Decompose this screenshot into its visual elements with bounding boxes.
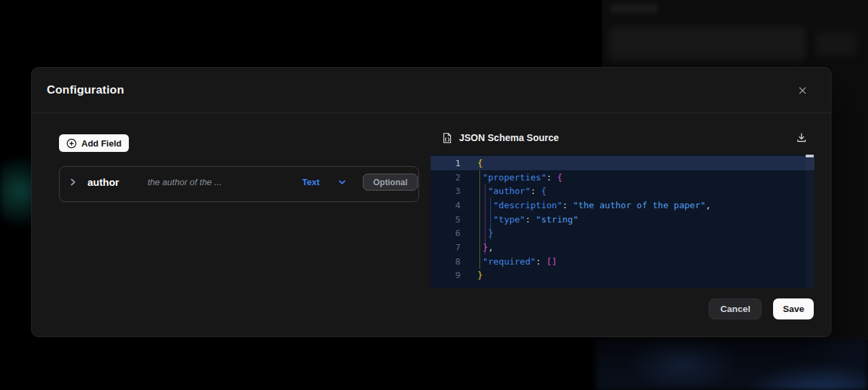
line-number: 5: [431, 214, 460, 225]
code-line: 3 "author": {: [431, 184, 814, 198]
line-number: 1: [431, 158, 460, 168]
line-number: 8: [431, 256, 460, 267]
background-blurred-card: [609, 27, 806, 61]
download-button[interactable]: [795, 131, 808, 144]
field-controls: Text Optional: [302, 174, 418, 191]
field-row-author: author the author of the ... Text Option…: [59, 166, 419, 202]
code-line: 6 }: [431, 226, 814, 240]
code-line: 9}: [431, 269, 814, 283]
add-field-label: Add Field: [81, 138, 121, 149]
code-text: }: [460, 228, 493, 238]
file-json-icon: [441, 132, 453, 144]
background-blue-glow: [595, 339, 868, 390]
field-type-value: Text: [302, 177, 320, 187]
chevron-right-icon: [68, 178, 77, 187]
scrollbar-track: [806, 155, 814, 288]
code-text: {: [460, 158, 483, 168]
code-text: }: [460, 270, 483, 280]
code-line: 1{: [431, 156, 814, 170]
save-button[interactable]: Save: [773, 298, 814, 319]
code-text: "description": "the author of the paper"…: [460, 200, 711, 210]
schema-header: JSON Schema Source: [431, 132, 814, 144]
optional-toggle-badge[interactable]: Optional: [363, 174, 418, 191]
field-name: author: [87, 176, 119, 188]
line-number: 2: [431, 172, 460, 182]
code-line: 7 },: [431, 240, 814, 254]
code-line: 8 "required": []: [431, 254, 814, 269]
line-number: 7: [431, 242, 460, 252]
configuration-dialog: Configuration Add Field: [31, 67, 831, 337]
code-line: 4 "description": "the author of the pape…: [431, 198, 814, 212]
code-line: 2 "properties": {: [431, 170, 814, 184]
expand-field-button[interactable]: [66, 176, 79, 189]
code-text: "required": []: [460, 256, 557, 267]
field-description: the author of the ...: [148, 177, 222, 187]
plus-circle-icon: [66, 138, 77, 149]
scrollbar-thumb[interactable]: [806, 155, 814, 157]
dialog-footer: Cancel Save: [709, 298, 814, 319]
code-lines: 1{2 "properties": {3 "author": {4 "descr…: [431, 156, 814, 282]
field-type-select[interactable]: Text: [302, 177, 347, 187]
background-blurred-chip: [610, 4, 658, 13]
line-number: 3: [431, 186, 460, 196]
close-icon: [797, 85, 808, 96]
dialog-header: Configuration: [32, 68, 831, 113]
add-field-button[interactable]: Add Field: [59, 134, 129, 152]
line-number: 4: [431, 200, 460, 210]
code-line: 5 "type": "string": [431, 212, 814, 227]
chevron-down-icon: [338, 178, 347, 187]
close-button[interactable]: [794, 82, 810, 98]
background-blurred-card-small: [816, 33, 856, 56]
code-text: "author": {: [460, 186, 547, 196]
field-row-content: author the author of the ... Text Option…: [60, 167, 418, 191]
download-icon: [796, 132, 807, 143]
fields-panel: Add Field author the author of the ... T…: [59, 113, 419, 288]
code-text: },: [460, 242, 493, 252]
schema-panel-title: JSON Schema Source: [459, 132, 559, 143]
dialog-body: Add Field author the author of the ... T…: [32, 113, 831, 288]
code-text: "type": "string": [460, 214, 578, 225]
schema-panel: JSON Schema Source 1{2 "properties": {3 …: [431, 113, 814, 288]
line-number: 6: [431, 228, 460, 238]
line-number: 9: [431, 270, 460, 280]
code-text: "properties": {: [460, 172, 562, 182]
cancel-button[interactable]: Cancel: [709, 298, 762, 319]
page-title: Configuration: [47, 83, 124, 97]
json-code-editor[interactable]: 1{2 "properties": {3 "author": {4 "descr…: [431, 155, 814, 288]
